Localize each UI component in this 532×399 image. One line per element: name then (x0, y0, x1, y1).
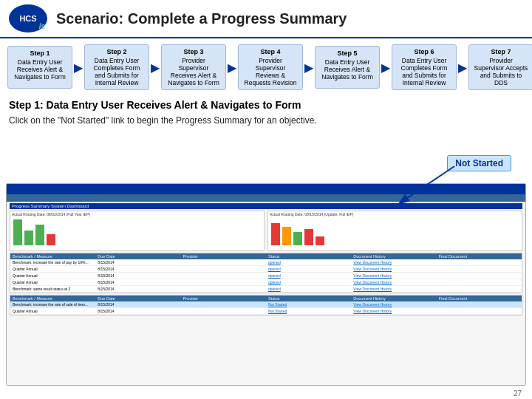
cell-benchmark: Quarter Annual (13, 267, 93, 271)
cell-history[interactable]: View Document History (353, 287, 434, 291)
step-4-num: Step 4 (260, 48, 280, 55)
screenshot-inner: Progress Summary System Dashboard Actual… (7, 184, 525, 385)
bar-8 (304, 229, 313, 245)
step-5-desc: Data Entry User Receives Alert & Navigat… (320, 58, 375, 81)
cell-benchmark: Benchmark: increase the rate of pay by 1… (13, 260, 93, 265)
steps-row: Step 1 Data Entry User Receives Alert & … (0, 38, 532, 96)
cell2-date-q: 8/15/2014 (98, 309, 178, 313)
cell-status-opened[interactable]: opened (268, 260, 349, 265)
bar-5 (271, 223, 280, 245)
cell-status-opened[interactable]: opened (268, 287, 349, 291)
cell2-benchmark-q: Quarter Annual (13, 309, 93, 313)
step-2-num: Step 2 (106, 48, 126, 55)
cell2-status-ns-q[interactable]: Not Started (268, 309, 349, 313)
col-provider: Provider (183, 254, 264, 259)
cell2-provider (183, 302, 264, 307)
step-7-box: Step 7 Provider Supervisor Accepts and S… (468, 44, 532, 90)
col2-final: Final Document (439, 296, 519, 301)
mock-table-2: Benchmark / Measure Due Date Provider St… (10, 295, 522, 316)
mock-chart-right: Actual Routing Date: 08/15/2014 (Update:… (267, 211, 522, 251)
cell-status-opened[interactable]: opened (268, 273, 349, 278)
table-row: Benchmark: increase the rate of pay by 1… (10, 259, 522, 266)
cell-final (439, 287, 519, 291)
logo-is-text: is (39, 22, 45, 30)
bar-6 (282, 227, 291, 245)
arrow-4: ▶ (304, 61, 313, 75)
step-4-box: Step 4 Provider Supervisor Reviews & Req… (238, 44, 303, 90)
step-1-num: Step 1 (30, 50, 50, 57)
bar-9 (316, 236, 324, 245)
step-3-num: Step 3 (183, 48, 203, 55)
mock-table-1-header: Benchmark / Measure Due Date Provider St… (10, 253, 522, 259)
step-4-desc: Provider Supervisor Reviews & Requests R… (243, 57, 298, 86)
step-6-box: Step 6 Data Entry User Completes Form an… (392, 44, 457, 90)
page-title: Scenario: Complete a Progress Summary (56, 10, 347, 27)
mock-charts: Actual Routing Date: 06/02/2014 (Full Ye… (10, 211, 522, 251)
bar-3 (35, 225, 44, 245)
step-2-box: Step 2 Data Entry User Completes Form an… (84, 44, 149, 90)
cell-date: 8/15/2014 (98, 280, 178, 284)
cell-status-opened[interactable]: opened (268, 280, 349, 284)
cell-history[interactable]: View Document History (353, 260, 434, 265)
mock-chart-left: Actual Routing Date: 06/02/2014 (Full Ye… (10, 211, 265, 251)
mock-table-1: Benchmark / Measure Due Date Provider St… (10, 253, 522, 293)
col2-benchmark: Benchmark / Measure (13, 296, 93, 301)
col-history: Document History (353, 254, 434, 259)
instruction-text: Click on the "Not Started" link to begin… (0, 114, 532, 129)
step-7-num: Step 7 (491, 48, 511, 55)
cell2-final-q (439, 309, 519, 313)
svg-line-1 (403, 166, 454, 201)
col2-status: Status (268, 296, 349, 301)
col-final: Final Document (439, 254, 519, 259)
arrow-5: ▶ (381, 61, 390, 75)
arrow-6: ▶ (458, 61, 467, 75)
step-5-num: Step 5 (337, 50, 357, 57)
cell-benchmark: Benchmark: same result status at 2 (13, 287, 93, 291)
col2-duedate: Due Date (98, 296, 178, 301)
step-6-desc: Data Entry User Completes Form and Submi… (397, 57, 451, 86)
cell-status-opened[interactable]: opened (268, 267, 349, 271)
step-3-box: Step 3 Provider Supervisor Receives Aler… (161, 44, 226, 90)
cell2-history-q[interactable]: View Document History (353, 309, 434, 313)
logo: HCS is (9, 4, 47, 33)
cell-benchmark: Quarter Annual (13, 273, 93, 278)
step-3-desc: Provider Supervisor Receives Alert & Nav… (166, 57, 221, 86)
cell2-status-not-started[interactable]: Not Started (268, 302, 349, 307)
screenshot-mockup: Progress Summary System Dashboard Actual… (6, 183, 526, 386)
cell-final (439, 260, 519, 265)
col-benchmark: Benchmark / Measure (13, 254, 93, 259)
cell-final (439, 267, 519, 271)
cell-provider (183, 267, 264, 271)
cell-date: 8/15/2014 (98, 267, 178, 271)
bar-4 (47, 234, 55, 245)
table-row: Quarter Annual 8/15/2014 opened View Doc… (10, 266, 522, 273)
cell-provider (183, 280, 264, 284)
cell-final (439, 273, 519, 278)
arrow-3: ▶ (228, 61, 236, 75)
cell-provider (183, 287, 264, 291)
cell2-history[interactable]: View Document History (353, 302, 434, 307)
bar-1 (13, 219, 22, 245)
bar-7 (293, 232, 302, 245)
pointer-arrow (381, 163, 469, 207)
cell-benchmark: Quarter Annual (13, 280, 93, 284)
table-row: Benchmark: increase the rate of sale of … (10, 301, 522, 308)
cell-history[interactable]: View Document History (353, 273, 434, 278)
logo-hcs-text: HCS (19, 15, 36, 23)
col2-history: Document History (353, 296, 434, 301)
step-1-box: Step 1 Data Entry User Receives Alert & … (7, 46, 72, 89)
table-row: Benchmark: same result status at 2 8/15/… (10, 286, 522, 293)
step-5-box: Step 5 Data Entry User Receives Alert & … (315, 46, 380, 89)
page-number: 27 (514, 389, 522, 398)
table-row: Quarter Annual 8/15/2014 Not Started Vie… (10, 308, 522, 315)
header: HCS is Scenario: Complete a Progress Sum… (0, 0, 532, 38)
cell2-date: 8/15/2014 (98, 302, 178, 307)
step-7-desc: Provider Supervisor Accepts and Submits … (474, 57, 528, 86)
cell-history[interactable]: View Document History (353, 280, 434, 284)
cell2-benchmark: Benchmark: increase the rate of sale of … (13, 302, 93, 307)
table-row: Quarter Annual 8/15/2014 opened View Doc… (10, 279, 522, 286)
step-2-desc: Data Entry User Completes Form and Submi… (89, 57, 144, 86)
mock-table-2-header: Benchmark / Measure Due Date Provider St… (10, 296, 522, 301)
cell-provider (183, 273, 264, 278)
cell-history[interactable]: View Document History (353, 267, 434, 271)
